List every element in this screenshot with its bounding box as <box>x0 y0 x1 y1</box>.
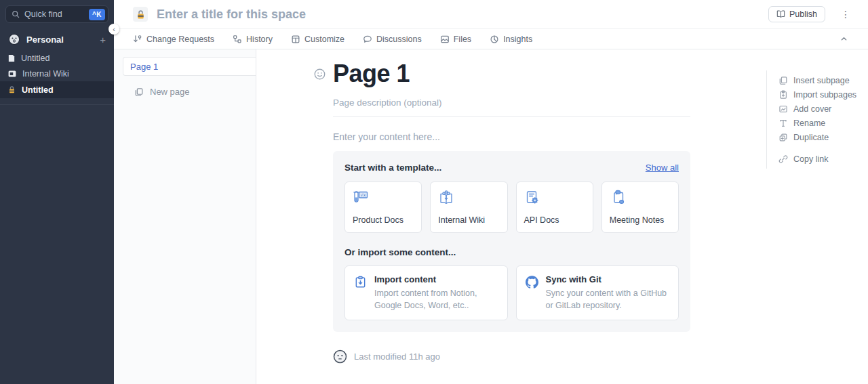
product-docs-icon: √x <box>353 190 414 206</box>
tab-label: Insights <box>503 35 532 44</box>
publish-label: Publish <box>789 9 817 19</box>
page-content-column: Page 1 Page description (optional) Enter… <box>333 49 690 364</box>
history-icon <box>233 35 242 44</box>
copy-link-button[interactable]: Copy link <box>778 152 856 166</box>
page-title-row: Page 1 <box>314 60 690 88</box>
template-card-label: Meeting Notes <box>610 215 671 225</box>
page-icon <box>8 54 15 62</box>
action-label: Add cover <box>793 104 831 114</box>
sidebar-section-personal[interactable]: Personal + <box>0 28 114 50</box>
sync-with-git-card[interactable]: Sync with Git Sync your content with a G… <box>516 265 679 320</box>
getting-started-panel: Start with a template... Show all √x Pro… <box>333 151 690 332</box>
template-card-meeting-notes[interactable]: Meeting Notes <box>601 182 679 233</box>
search-icon <box>12 10 20 18</box>
tab-history[interactable]: History <box>233 35 273 44</box>
show-all-link[interactable]: Show all <box>646 163 679 173</box>
sidebar-item-internal-wiki[interactable]: Internal Wiki <box>0 66 114 81</box>
internal-wiki-icon <box>438 190 499 206</box>
import-card-title: Import content <box>374 274 498 284</box>
collapse-header-button[interactable] <box>840 35 848 43</box>
template-card-label: Product Docs <box>353 215 414 225</box>
section-label: Personal <box>26 35 100 45</box>
action-label: Duplicate <box>793 133 829 142</box>
import-cards: Import content Import content from Notio… <box>344 265 679 320</box>
action-label: Insert subpage <box>793 76 850 85</box>
quick-find-button[interactable]: Quick find ^K <box>5 5 108 23</box>
page-list-item-selected[interactable]: Page 1 <box>123 57 256 76</box>
tab-files[interactable]: Files <box>440 35 471 44</box>
left-sidebar: Quick find ^K Personal + Untitled Intern… <box>0 0 114 384</box>
add-space-button[interactable]: + <box>100 35 106 45</box>
rename-button[interactable]: Rename <box>778 116 856 130</box>
meeting-notes-icon <box>610 190 671 206</box>
last-modified-label: Last modified 11h ago <box>354 351 440 362</box>
insights-icon <box>490 35 499 44</box>
import-section-title: Or import some content... <box>344 247 679 257</box>
sidebar-item-label: Untitled <box>21 54 50 63</box>
avatar-face-icon[interactable] <box>333 349 347 364</box>
duplicate-button[interactable]: Duplicate <box>778 130 856 144</box>
page-list-label: New page <box>150 87 190 97</box>
action-label: Rename <box>793 119 825 128</box>
template-header: Start with a template... Show all <box>344 163 679 173</box>
publish-book-icon <box>776 10 785 18</box>
import-card-description: Import content from Notion, Google Docs,… <box>374 287 498 312</box>
import-card-description: Sync your content with a GitHub or GitLa… <box>546 287 670 312</box>
tab-discussions[interactable]: Discussions <box>363 35 422 44</box>
sidebar-item-label: Internal Wiki <box>22 69 69 79</box>
lock-icon <box>8 85 16 94</box>
template-card-label: Internal Wiki <box>438 215 499 225</box>
tab-label: Files <box>454 35 471 44</box>
smiley-icon[interactable] <box>314 68 326 80</box>
insert-subpage-button[interactable]: Insert subpage <box>778 73 856 87</box>
space-emoji-button[interactable] <box>133 7 148 22</box>
space-title-input[interactable]: Enter a title for this space <box>157 7 768 22</box>
tab-insights[interactable]: Insights <box>490 35 532 44</box>
sidebar-item-untitled-2[interactable]: Untitled <box>0 81 114 98</box>
files-icon <box>440 35 450 44</box>
template-section-title: Start with a template... <box>344 163 441 173</box>
tab-change-requests[interactable]: Change Requests <box>133 35 214 44</box>
last-modified-row: Last modified 11h ago <box>333 349 690 364</box>
sidebar-item-label: Untitled <box>22 85 54 95</box>
add-cover-button[interactable]: Add cover <box>778 102 856 116</box>
book-icon <box>8 70 16 77</box>
change-request-icon <box>133 35 142 44</box>
action-label: Import subpages <box>793 90 856 100</box>
page-actions-menu: Insert subpage Import subpages Add cover <box>766 70 856 169</box>
page-description-input[interactable]: Page description (optional) <box>333 98 690 108</box>
copy-link-icon <box>778 154 788 164</box>
rename-icon <box>778 119 788 128</box>
more-options-button[interactable]: ⋮ <box>837 7 854 21</box>
api-docs-icon <box>524 190 585 206</box>
svg-text:√x: √x <box>361 192 366 197</box>
template-cards: √x Product Docs Internal Wiki <box>344 182 679 233</box>
sidebar-item-untitled-1[interactable]: Untitled <box>0 50 114 66</box>
page-list-label: Page 1 <box>130 62 158 72</box>
new-page-button[interactable]: New page <box>114 87 256 97</box>
template-card-internal-wiki[interactable]: Internal Wiki <box>430 182 507 233</box>
github-icon <box>526 276 538 312</box>
import-subpages-button[interactable]: Import subpages <box>778 87 856 102</box>
workspace: Enter a title for this space Publish ⋮ C… <box>114 0 868 384</box>
content-placeholder[interactable]: Enter your content here... <box>333 131 690 142</box>
import-card-title: Sync with Git <box>546 274 670 284</box>
tab-label: History <box>246 35 273 44</box>
import-subpages-icon <box>778 90 788 100</box>
tab-label: Discussions <box>376 35 422 44</box>
tab-customize[interactable]: Customize <box>291 35 344 44</box>
action-label: Copy link <box>793 154 828 164</box>
import-content-card[interactable]: Import content Import content from Notio… <box>344 265 508 320</box>
page-editor: Page 1 Page description (optional) Enter… <box>256 49 868 384</box>
insert-subpage-icon <box>778 76 788 85</box>
pages-sidebar: Page 1 New page <box>114 49 256 384</box>
page-title[interactable]: Page 1 <box>333 60 410 88</box>
collapse-sidebar-button[interactable]: ‹ <box>108 24 119 35</box>
publish-button[interactable]: Publish <box>768 6 825 22</box>
lock-icon <box>136 9 145 20</box>
space-tabbar: Change Requests History Customize Discus… <box>114 28 868 49</box>
space-titlebar: Enter a title for this space Publish ⋮ <box>114 0 868 28</box>
template-card-product-docs[interactable]: √x Product Docs <box>344 182 422 233</box>
avatar-face-icon <box>8 33 20 45</box>
template-card-api-docs[interactable]: API Docs <box>516 182 593 233</box>
